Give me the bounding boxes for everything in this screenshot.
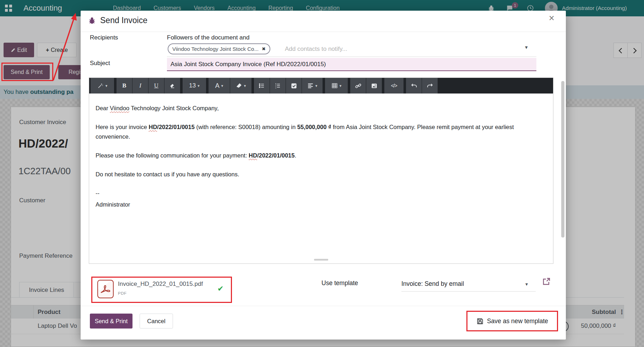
modal-send-print-button[interactable]: Send & Print bbox=[90, 314, 132, 329]
table-dropdown[interactable]: ▾ bbox=[325, 78, 348, 94]
editor-toolbar: ▾ B I U 13▾ A▾ ▾ bbox=[89, 78, 553, 94]
attachment-filename: Invoice_HD_2022_01_0015.pdf bbox=[118, 281, 203, 288]
save-template-label: Save as new template bbox=[487, 317, 548, 325]
redo-button[interactable] bbox=[422, 78, 438, 94]
attachment-card[interactable]: Invoice_HD_2022_01_0015.pdf PDF ✔ bbox=[91, 277, 232, 303]
template-value: Invoice: Send by email bbox=[401, 277, 464, 290]
remove-format-button[interactable] bbox=[164, 78, 180, 94]
font-color-dropdown[interactable]: A▾ bbox=[209, 78, 230, 94]
close-icon[interactable]: × bbox=[549, 13, 554, 24]
email-paragraph: Please use the following communication f… bbox=[96, 151, 547, 160]
align-dropdown[interactable]: ▾ bbox=[302, 78, 323, 94]
remove-tag-icon[interactable]: ✖ bbox=[262, 46, 266, 52]
editor-resize-handle[interactable] bbox=[314, 259, 328, 261]
modal-title: Send Invoice bbox=[100, 16, 147, 25]
subject-label: Subject bbox=[90, 60, 110, 67]
email-body-editor[interactable]: Dear Viindoo Technology Joint Stock Comp… bbox=[89, 94, 553, 263]
image-icon bbox=[371, 82, 378, 89]
modal-cancel-button[interactable]: Cancel bbox=[140, 314, 173, 329]
attachment-type: PDF bbox=[118, 291, 127, 295]
checklist-button[interactable] bbox=[286, 78, 302, 94]
recipient-tag[interactable]: Viindoo Technology Joint Stock Co... ✖ bbox=[168, 43, 270, 54]
insert-image-button[interactable] bbox=[366, 78, 382, 94]
attachment-check-icon: ✔ bbox=[217, 284, 224, 293]
bullet-list-button[interactable] bbox=[254, 78, 270, 94]
modal-scrollbar[interactable] bbox=[561, 81, 564, 237]
use-template-label: Use template bbox=[321, 279, 358, 287]
redo-icon bbox=[427, 82, 433, 89]
subject-input[interactable]: Asia Joint Stock Company Invoice (Ref HD… bbox=[167, 58, 536, 71]
insert-link-button[interactable] bbox=[350, 78, 366, 94]
undo-button[interactable] bbox=[406, 78, 422, 94]
email-paragraph: Here is your invoice HD/2022/01/0015 (wi… bbox=[96, 122, 547, 142]
italic-button[interactable]: I bbox=[132, 78, 148, 94]
pdf-file-icon bbox=[97, 280, 114, 298]
add-contacts-input[interactable]: Add contacts to notify... bbox=[285, 46, 347, 53]
email-paragraph: Do not hesitate to contact us if you hav… bbox=[96, 170, 547, 179]
bug-icon bbox=[88, 16, 96, 25]
checkbox-icon bbox=[291, 83, 297, 89]
link-icon bbox=[355, 82, 362, 89]
email-paragraph: Administrator bbox=[96, 200, 547, 209]
screen: Accounting DashboardCustomersVendorsAcco… bbox=[0, 0, 644, 347]
template-caret-icon: ▾ bbox=[525, 281, 528, 287]
subject-value: Asia Joint Stock Company Invoice (Ref HD… bbox=[171, 58, 326, 70]
email-paragraph: Dear Viindoo Technology Joint Stock Comp… bbox=[96, 103, 547, 113]
table-icon bbox=[331, 82, 338, 89]
magic-wand-icon bbox=[97, 82, 104, 89]
highlight-color-dropdown[interactable]: ▾ bbox=[230, 78, 251, 94]
floppy-save-icon bbox=[476, 317, 484, 325]
numbered-list-button[interactable] bbox=[270, 78, 286, 94]
eraser-icon bbox=[169, 82, 176, 89]
paintbrush-icon bbox=[236, 82, 242, 89]
recipients-label: Recipients bbox=[90, 34, 118, 41]
align-left-icon bbox=[307, 82, 314, 89]
font-size-dropdown[interactable]: 13▾ bbox=[183, 78, 206, 94]
email-paragraph: -- bbox=[96, 188, 547, 198]
followers-text: Followers of the document and bbox=[167, 34, 249, 41]
bold-button[interactable]: B bbox=[117, 78, 132, 94]
template-select[interactable]: Invoice: Send by email ▾ bbox=[401, 277, 536, 292]
recipients-dropdown-caret-icon[interactable]: ▾ bbox=[525, 44, 528, 50]
recipient-tag-label: Viindoo Technology Joint Stock Co... bbox=[172, 46, 259, 52]
underline-button[interactable]: U bbox=[148, 78, 164, 94]
bullet-list-icon bbox=[259, 82, 265, 89]
style-wand-button[interactable]: ▾ bbox=[91, 78, 114, 94]
save-as-new-template-button[interactable]: Save as new template bbox=[466, 311, 558, 331]
code-view-button[interactable]: </> bbox=[384, 78, 404, 94]
numbered-list-icon bbox=[275, 82, 281, 89]
external-link-icon[interactable] bbox=[542, 277, 551, 286]
undo-icon bbox=[411, 82, 417, 89]
